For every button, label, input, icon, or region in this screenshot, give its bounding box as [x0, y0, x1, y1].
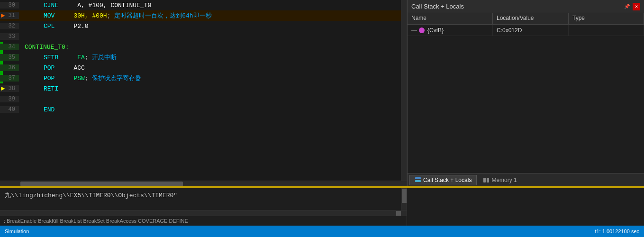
tab-callstack[interactable]: Call Stack + Locals [409, 175, 477, 185]
line-number-30: 30 [0, 2, 19, 9]
line-number-36: 36 [0, 64, 19, 71]
right-panel: Call Stack + Locals 📌 ✕ Name Location/Va… [407, 0, 644, 186]
bottom-horizontal-scrollbar[interactable] [0, 210, 407, 216]
line-number-31: ► 31 [0, 12, 19, 19]
status-bar: Simulation t1: 1.00122100 sec [0, 226, 644, 237]
code-line-34: 34 CONTINUE_T0: [0, 42, 401, 52]
table-cell-name: — {CvtB} [408, 25, 493, 36]
code-line-33: 33 [0, 31, 401, 42]
table-header: Name Location/Value Type [408, 13, 644, 25]
svg-rect-2 [483, 178, 486, 182]
table-row[interactable]: — {CvtB} C:0x012D [408, 25, 644, 36]
svg-rect-1 [415, 180, 421, 182]
row-name-value: {CvtB} [427, 27, 444, 34]
code-line-39: 39 [0, 94, 401, 104]
code-line-35: 35 SETB EA ; 开总中断 [0, 52, 401, 63]
bottom-vertical-scrollbar[interactable] [401, 188, 407, 210]
bottom-path-text: 九\\lingzhicheng\\EX5\\TIMER0\\Objects\\T… [0, 188, 401, 210]
line-number-32: 32 [0, 23, 19, 29]
commands-text: : BreakEnable BreakKill BreakList BreakS… [4, 218, 188, 224]
code-lines: 30 CJNE A, #100, CONTINUE_T0 ► [0, 0, 401, 115]
code-line-40: 40 END [0, 104, 401, 115]
code-line-30: 30 CJNE A, #100, CONTINUE_T0 [0, 0, 401, 10]
current-arrow-icon: ► [1, 12, 5, 19]
callstack-icon [415, 177, 421, 183]
h-scrollbar-thumb [20, 182, 183, 186]
code-line-31: ► 31 MOV 30H, #00H ; 定时器超时一百次，达到64h即一秒 [0, 10, 401, 21]
bottom-commands: : BreakEnable BreakKill BreakList BreakS… [0, 216, 407, 226]
code-line-38: ► 38 RETI [0, 83, 401, 94]
code-horizontal-scrollbar[interactable] [0, 181, 407, 186]
status-simulation: Simulation [5, 228, 29, 234]
memory-icon [483, 177, 490, 183]
code-line-37: 37 POP PSW ; 保护状态字寄存器 [0, 73, 401, 83]
code-panel: 30 CJNE A, #100, CONTINUE_T0 ► [0, 0, 407, 186]
tab-callstack-label: Call Stack + Locals [423, 177, 472, 183]
line-number-37: 37 [0, 75, 19, 82]
code-line-36: 36 POP ACC [0, 63, 401, 73]
tab-memory1-label: Memory 1 [491, 177, 517, 183]
code-line-32: 32 CPL P2.0 [0, 21, 401, 31]
status-time: t1: 1.00122100 sec [595, 228, 639, 234]
table-cell-type [569, 25, 644, 36]
panel-controls: 📌 ✕ [623, 3, 640, 10]
panel-table: Name Location/Value Type — {CvtB} C:0x01… [408, 13, 644, 93]
bottom-left-panel: 九\\lingzhicheng\\EX5\\TIMER0\\Objects\\T… [0, 188, 407, 226]
col-loc-header: Location/Value [493, 13, 569, 24]
line-number-39: 39 [0, 96, 19, 102]
expand-icon: — [411, 27, 417, 34]
svg-rect-3 [487, 178, 489, 182]
v-scrollbar-thumb [402, 189, 407, 203]
step-arrow-icon: ► [1, 85, 5, 92]
panel-tabs: Call Stack + Locals Memory 1 [408, 173, 644, 186]
bottom-path: 九\\lingzhicheng\\EX5\\TIMER0\\Objects\\T… [5, 192, 177, 199]
h-scrollbar-thumb2 [396, 211, 401, 216]
bottom-right-panel [407, 188, 644, 226]
line-number-34: 34 [0, 44, 19, 50]
svg-rect-0 [415, 177, 421, 179]
line-number-38: ► 38 [0, 85, 19, 92]
close-button[interactable]: ✕ [633, 3, 640, 10]
line-number-40: 40 [0, 106, 19, 113]
table-body: — {CvtB} C:0x012D [408, 25, 644, 93]
line-number-33: 33 [0, 33, 19, 40]
col-name-header: Name [408, 13, 493, 24]
tab-memory1[interactable]: Memory 1 [478, 175, 522, 185]
line-number-35: 35 [0, 54, 19, 61]
panel-empty-area [408, 93, 644, 173]
col-type-header: Type [569, 13, 644, 24]
panel-titlebar: Call Stack + Locals 📌 ✕ [408, 0, 644, 13]
panel-title: Call Stack + Locals [411, 3, 464, 10]
code-vertical-scrollbar[interactable] [401, 0, 407, 181]
pin-button[interactable]: 📌 [623, 3, 631, 10]
function-icon [419, 27, 425, 33]
table-cell-location: C:0x012D [493, 25, 569, 36]
